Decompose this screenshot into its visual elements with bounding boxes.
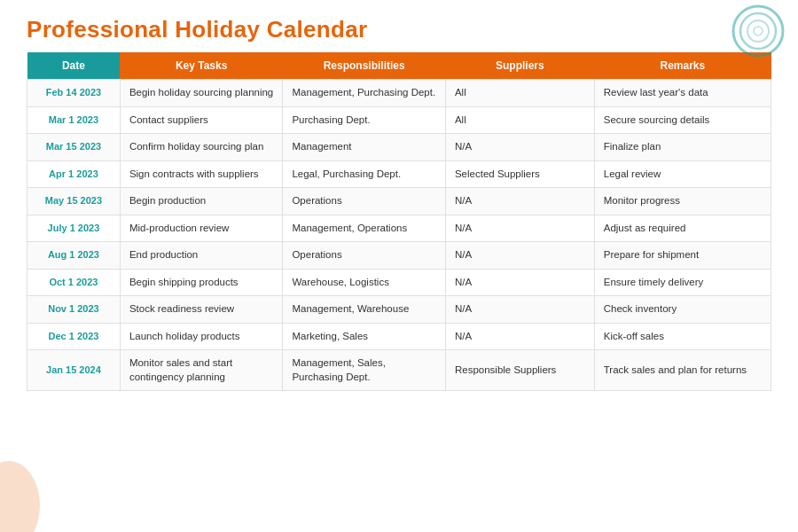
- cell-tasks: Begin holiday sourcing planning: [120, 80, 283, 107]
- table-row: Aug 1 2023End productionOperationsN/APre…: [27, 242, 771, 270]
- table-row: Nov 1 2023Stock readiness reviewManageme…: [27, 296, 771, 324]
- cell-responsibilities: Management, Operations: [283, 215, 446, 242]
- cell-responsibilities: Management, Purchasing Dept.: [283, 80, 446, 107]
- header-responsibilities: Responsibilities: [283, 52, 446, 80]
- cell-remarks: Adjust as required: [594, 215, 771, 242]
- cell-date: Dec 1 2023: [27, 323, 121, 350]
- table-row: Feb 14 2023Begin holiday sourcing planni…: [27, 80, 771, 107]
- cell-suppliers: N/A: [445, 242, 594, 270]
- cell-date: Jan 15 2024: [27, 350, 121, 391]
- cell-remarks: Ensure timely delivery: [594, 269, 771, 296]
- cell-tasks: Confirm holiday sourcing plan: [120, 134, 283, 161]
- cell-suppliers: N/A: [445, 296, 594, 324]
- cell-tasks: Sign contracts with suppliers: [120, 160, 283, 188]
- deco-blob-icon: [0, 426, 53, 532]
- cell-suppliers: Responsible Suppliers: [445, 350, 594, 391]
- cell-responsibilities: Operations: [283, 242, 446, 270]
- cell-suppliers: N/A: [445, 215, 594, 242]
- cell-remarks: Check inventory: [594, 296, 771, 324]
- cell-date: Mar 15 2023: [27, 134, 121, 161]
- cell-suppliers: All: [445, 106, 594, 134]
- cell-remarks: Secure sourcing details: [594, 106, 771, 134]
- cell-suppliers: N/A: [445, 134, 594, 161]
- cell-responsibilities: Management: [283, 134, 446, 161]
- cell-suppliers: All: [445, 80, 594, 107]
- cell-date: Apr 1 2023: [27, 160, 121, 188]
- table-row: Mar 1 2023Contact suppliersPurchasing De…: [27, 106, 771, 134]
- cell-responsibilities: Legal, Purchasing Dept.: [283, 160, 446, 188]
- cell-responsibilities: Marketing, Sales: [283, 323, 446, 350]
- cell-date: July 1 2023: [27, 215, 121, 242]
- cell-remarks: Review last year's data: [594, 80, 771, 107]
- page-title: Professional Holiday Calendar: [27, 16, 771, 43]
- cell-tasks: End production: [120, 242, 283, 270]
- cell-responsibilities: Warehouse, Logistics: [283, 269, 446, 296]
- cell-remarks: Kick-off sales: [594, 323, 771, 350]
- cell-tasks: Begin production: [120, 188, 283, 215]
- cell-tasks: Mid-production review: [120, 215, 283, 242]
- svg-point-4: [0, 461, 40, 532]
- table-row: Mar 15 2023Confirm holiday sourcing plan…: [27, 134, 771, 161]
- cell-remarks: Prepare for shipment: [594, 242, 771, 270]
- cell-remarks: Legal review: [594, 160, 771, 188]
- table-row: May 15 2023Begin productionOperationsN/A…: [27, 188, 771, 215]
- cell-date: Aug 1 2023: [27, 242, 121, 270]
- cell-tasks: Contact suppliers: [120, 106, 283, 134]
- cell-suppliers: Selected Suppliers: [445, 160, 594, 188]
- cell-date: May 15 2023: [27, 188, 121, 215]
- cell-date: Oct 1 2023: [27, 269, 121, 296]
- cell-suppliers: N/A: [445, 323, 594, 350]
- table-row: July 1 2023Mid-production reviewManageme…: [27, 215, 771, 242]
- cell-responsibilities: Operations: [283, 188, 446, 215]
- cell-suppliers: N/A: [445, 269, 594, 296]
- header-date: Date: [27, 52, 121, 80]
- cell-responsibilities: Purchasing Dept.: [283, 106, 446, 134]
- cell-responsibilities: Management, Warehouse: [283, 296, 446, 324]
- cell-remarks: Finalize plan: [594, 134, 771, 161]
- calendar-table: Date Key Tasks Responsibilities Supplier…: [27, 52, 771, 391]
- table-row: Oct 1 2023Begin shipping productsWarehou…: [27, 269, 771, 296]
- page-container: Professional Holiday Calendar Date Key T…: [0, 0, 798, 532]
- cell-tasks: Monitor sales and start contingency plan…: [120, 350, 283, 391]
- cell-tasks: Stock readiness review: [120, 296, 283, 324]
- table-row: Apr 1 2023Sign contracts with suppliersL…: [27, 160, 771, 188]
- cell-date: Nov 1 2023: [27, 296, 121, 324]
- table-row: Jan 15 2024Monitor sales and start conti…: [27, 350, 771, 391]
- header-remarks: Remarks: [594, 52, 771, 80]
- cell-suppliers: N/A: [445, 188, 594, 215]
- table-row: Dec 1 2023Launch holiday productsMarketi…: [27, 323, 771, 350]
- cell-remarks: Track sales and plan for returns: [594, 350, 771, 391]
- cell-responsibilities: Management, Sales, Purchasing Dept.: [283, 350, 446, 391]
- header-tasks: Key Tasks: [120, 52, 283, 80]
- cell-remarks: Monitor progress: [594, 188, 771, 215]
- cell-date: Feb 14 2023: [27, 80, 121, 107]
- cell-tasks: Begin shipping products: [120, 269, 283, 296]
- header-suppliers: Suppliers: [445, 52, 594, 80]
- cell-tasks: Launch holiday products: [120, 323, 283, 350]
- cell-date: Mar 1 2023: [27, 106, 121, 134]
